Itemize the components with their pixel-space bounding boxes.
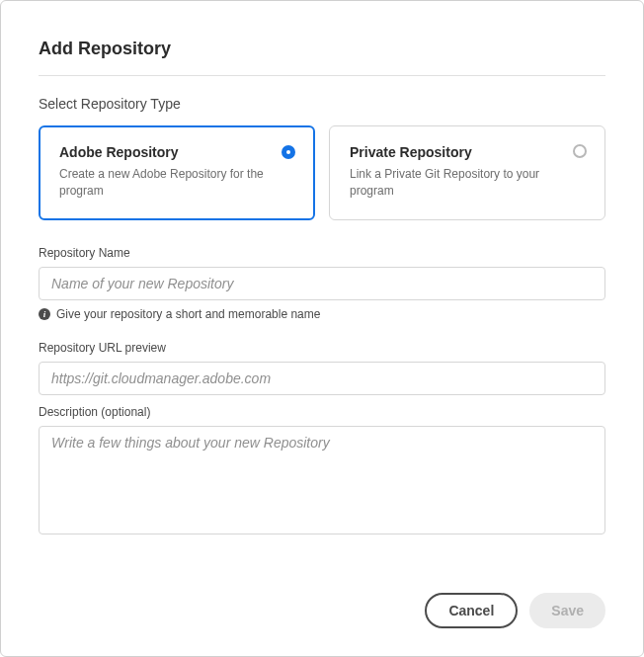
repo-description-field-group: Description (optional) [39, 405, 605, 538]
adobe-repository-option[interactable]: Adobe Repository Create a new Adobe Repo… [39, 125, 315, 220]
private-repository-title: Private Repository [350, 144, 585, 160]
add-repository-dialog: Add Repository Select Repository Type Ad… [0, 0, 644, 657]
adobe-repository-title: Adobe Repository [59, 144, 294, 160]
radio-checked-icon [282, 145, 295, 159]
radio-unchecked-icon [573, 144, 587, 158]
info-icon: i [39, 308, 50, 320]
repo-url-input[interactable] [39, 362, 605, 395]
repo-url-field-group: Repository URL preview [39, 341, 605, 395]
repo-url-label: Repository URL preview [39, 341, 605, 355]
private-repository-desc: Link a Private Git Repository to your pr… [350, 166, 585, 200]
repo-type-options: Adobe Repository Create a new Adobe Repo… [39, 125, 605, 220]
dialog-title: Add Repository [39, 39, 605, 59]
repo-name-hint-row: i Give your repository a short and memor… [39, 307, 605, 321]
divider [39, 75, 605, 76]
repo-name-input[interactable] [39, 267, 605, 300]
repo-description-label: Description (optional) [39, 405, 605, 419]
repo-type-label: Select Repository Type [39, 96, 605, 112]
dialog-button-row: Cancel Save [39, 593, 605, 628]
private-repository-option[interactable]: Private Repository Link a Private Git Re… [329, 125, 605, 220]
repo-name-field-group: Repository Name i Give your repository a… [39, 246, 605, 331]
repo-name-label: Repository Name [39, 246, 605, 260]
cancel-button[interactable]: Cancel [425, 593, 518, 628]
adobe-repository-desc: Create a new Adobe Repository for the pr… [59, 166, 294, 200]
save-button[interactable]: Save [529, 593, 605, 628]
repo-name-hint: Give your repository a short and memorab… [56, 307, 320, 321]
repo-description-input[interactable] [39, 426, 605, 534]
